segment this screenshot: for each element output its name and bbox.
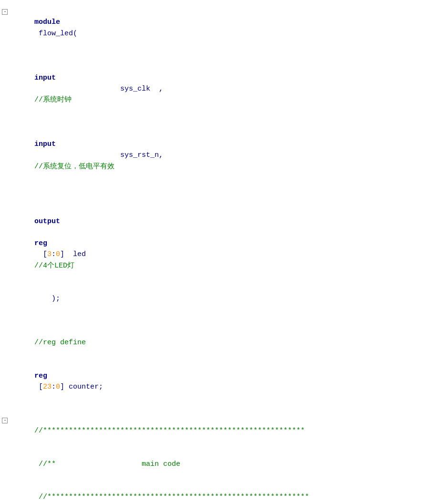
keyword-reg-1: reg bbox=[34, 239, 47, 247]
keyword-module: module bbox=[34, 18, 60, 26]
keyword-input-1: input bbox=[34, 74, 56, 82]
fold-icon-2[interactable]: ⁃ bbox=[2, 418, 8, 423]
line-8: //reg define bbox=[0, 326, 426, 360]
comment-stars-1: //**************************************… bbox=[34, 427, 305, 435]
line-9: reg [23:0] counter; bbox=[0, 360, 426, 404]
line-empty-2 bbox=[0, 316, 426, 326]
line-empty-3 bbox=[0, 404, 426, 414]
code-editor: ⁃ module flow_led( input sys_clk , //系统时… bbox=[0, 4, 426, 504]
comment-stars-2: //**************************************… bbox=[34, 493, 309, 501]
line-13: //**************************************… bbox=[0, 481, 426, 504]
line-5: output reg [3:0] led //4个LED灯 bbox=[0, 194, 426, 282]
line-1: ⁃ module flow_led( bbox=[0, 6, 426, 50]
line-empty-1 bbox=[0, 183, 426, 194]
comment-sys-clk: //系统时钟 bbox=[34, 96, 72, 104]
fold-icon-1[interactable]: ⁃ bbox=[2, 9, 8, 15]
comment-sys-rst: //系统复位，低电平有效 bbox=[34, 163, 114, 171]
keyword-output: output bbox=[34, 217, 60, 226]
comment-led: //4个LED灯 bbox=[34, 262, 74, 270]
line-6: ); bbox=[0, 282, 426, 316]
line-12: //** main code bbox=[0, 447, 426, 481]
keyword-input-2: input bbox=[34, 140, 56, 148]
comment-main-code: //** main code bbox=[34, 460, 180, 468]
line-2: input sys_clk , //系统时钟 bbox=[0, 50, 426, 117]
line-3: input sys_rst_n, //系统复位，低电平有效 bbox=[0, 117, 426, 184]
keyword-reg-2: reg bbox=[34, 372, 47, 380]
line-11: ⁃ //************************************… bbox=[0, 414, 426, 448]
comment-reg-define: //reg define bbox=[34, 339, 86, 347]
